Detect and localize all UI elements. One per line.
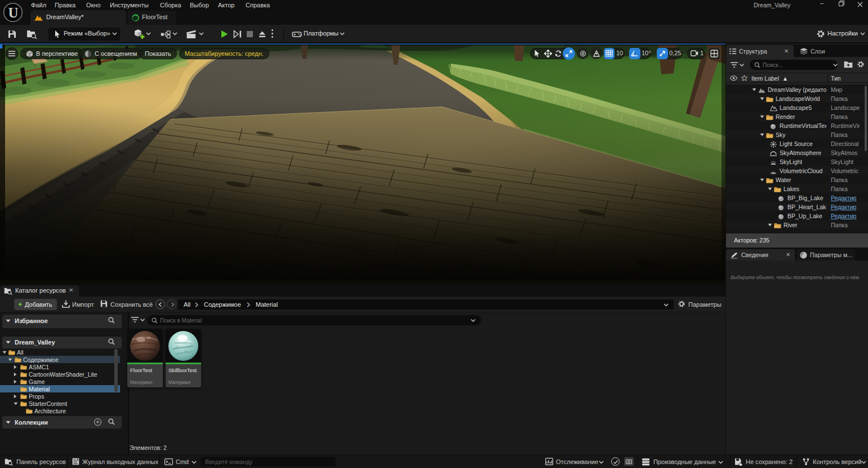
svg-text:U: U xyxy=(8,5,18,20)
